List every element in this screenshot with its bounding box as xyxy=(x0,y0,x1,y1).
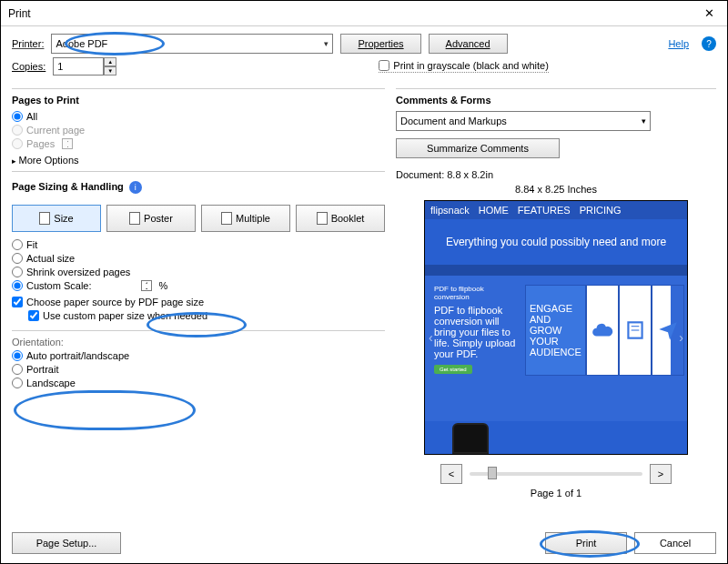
zoom-slider[interactable] xyxy=(470,472,642,476)
use-custom-checkbox[interactable] xyxy=(28,310,39,321)
size-icon xyxy=(39,212,50,225)
sizing-title: Page Sizing & Handling xyxy=(12,181,124,192)
grayscale-label: Print in grayscale (black and white) xyxy=(393,60,549,71)
use-custom-label: Use custom paper size when needed xyxy=(43,310,207,321)
document-size: Document: 8.8 x 8.2in xyxy=(396,169,716,180)
custom-scale-input[interactable] xyxy=(141,280,152,291)
preview-next-button[interactable]: > xyxy=(650,464,672,484)
tab-multiple[interactable]: Multiple xyxy=(201,205,290,232)
chevron-down-icon: ▾ xyxy=(642,116,646,126)
info-icon[interactable]: i xyxy=(129,181,142,194)
cancel-button[interactable]: Cancel xyxy=(634,532,716,554)
grayscale-checkbox[interactable] xyxy=(379,60,389,71)
actual-label: Actual size xyxy=(26,253,75,264)
orientation-auto-radio[interactable] xyxy=(12,350,23,361)
percent-label: % xyxy=(159,280,168,291)
shrink-label: Shrink oversized pages xyxy=(26,267,130,277)
chevron-down-icon: ▾ xyxy=(324,39,329,48)
multiple-icon xyxy=(221,212,232,225)
copies-spinner[interactable]: ▲ ▼ xyxy=(53,57,116,76)
comments-select[interactable]: Document and Markups ▾ xyxy=(396,111,651,131)
help-link[interactable]: Help xyxy=(668,38,689,49)
close-icon[interactable]: ✕ xyxy=(699,5,720,22)
pages-all-label: All xyxy=(26,111,37,122)
custom-scale-label: Custom Scale: xyxy=(26,280,92,291)
print-button[interactable]: Print xyxy=(545,532,627,554)
page-count: Page 1 of 1 xyxy=(396,488,716,499)
shrink-radio[interactable] xyxy=(12,267,23,277)
copies-down-icon[interactable]: ▼ xyxy=(104,66,116,76)
print-preview: flipsnackHOMEFEATURESPRICING Everything … xyxy=(424,200,688,455)
sheet-size: 8.84 x 8.25 Inches xyxy=(396,184,716,195)
pages-range-radio xyxy=(12,138,23,149)
fit-label: Fit xyxy=(26,239,37,250)
page-setup-button[interactable]: Page Setup... xyxy=(12,532,121,554)
window-title: Print xyxy=(8,7,31,20)
orientation-auto-label: Auto portrait/landscape xyxy=(26,350,129,361)
properties-button[interactable]: Properties xyxy=(340,34,420,54)
orientation-portrait-label: Portrait xyxy=(26,364,58,375)
choose-paper-label: Choose paper source by PDF page size xyxy=(26,297,204,307)
custom-scale-radio[interactable] xyxy=(12,280,23,291)
more-options-toggle[interactable]: More Options xyxy=(12,155,385,166)
tab-booklet[interactable]: Booklet xyxy=(296,205,385,232)
choose-paper-checkbox[interactable] xyxy=(12,297,23,307)
tab-poster[interactable]: Poster xyxy=(106,205,196,232)
fit-radio[interactable] xyxy=(12,239,23,250)
summarize-comments-button[interactable]: Summarize Comments xyxy=(396,138,560,158)
comments-value: Document and Markups xyxy=(400,116,507,126)
pages-current-label: Current page xyxy=(26,125,85,136)
tab-size[interactable]: Size xyxy=(12,205,101,232)
help-icon[interactable]: ? xyxy=(702,36,716,51)
booklet-icon xyxy=(317,212,328,225)
copies-up-icon[interactable]: ▲ xyxy=(104,57,116,66)
comments-title: Comments & Forms xyxy=(396,95,716,106)
printer-value: Adobe PDF xyxy=(56,38,107,49)
preview-prev-button[interactable]: < xyxy=(440,464,462,484)
copies-label: Copies: xyxy=(12,61,46,72)
orientation-landscape-label: Landscape xyxy=(26,378,76,388)
orientation-portrait-radio[interactable] xyxy=(12,364,23,375)
copies-input[interactable] xyxy=(53,57,104,76)
poster-icon xyxy=(129,212,140,225)
orientation-landscape-radio[interactable] xyxy=(12,378,23,388)
orientation-title: Orientation: xyxy=(12,337,385,347)
pages-current-radio xyxy=(12,125,23,136)
advanced-button[interactable]: Advanced xyxy=(429,34,508,54)
pages-range-input xyxy=(62,138,73,149)
pages-range-label: Pages xyxy=(26,138,55,149)
pages-all-radio[interactable] xyxy=(12,111,23,122)
printer-select[interactable]: Adobe PDF ▾ xyxy=(51,34,333,54)
actual-radio[interactable] xyxy=(12,253,23,264)
pages-to-print-title: Pages to Print xyxy=(12,95,385,106)
printer-label: Printer: xyxy=(12,38,44,49)
